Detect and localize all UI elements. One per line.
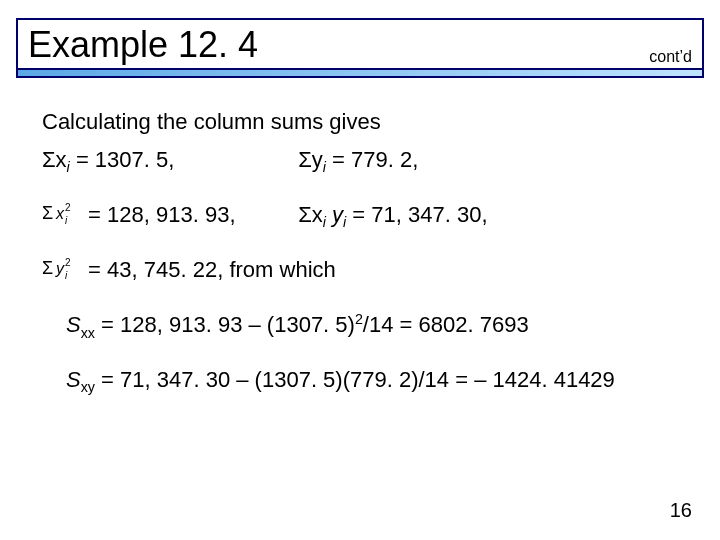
sxx-val-b: /14 = 6802. 7693 <box>363 312 529 337</box>
svg-text:2: 2 <box>65 257 71 268</box>
sum-xi2: Σx2i = 128, 913. 93, <box>42 201 292 232</box>
sum-xi-sym: Σx <box>42 147 67 172</box>
body-content: Calculating the column sums gives Σxi = … <box>42 108 682 407</box>
line-sxx: Sxx = 128, 913. 93 – (1307. 5)2/14 = 680… <box>66 311 682 343</box>
sxy-val: = 71, 347. 30 – (1307. 5)(779. 2)/14 = –… <box>95 367 615 392</box>
sum-xiyi-x: Σx <box>298 202 323 227</box>
sxx-sub: xx <box>81 324 95 340</box>
svg-text:Σ: Σ <box>42 258 53 278</box>
sum-xi2-val: = 128, 913. 93, <box>82 202 236 227</box>
line-intro: Calculating the column sums gives <box>42 108 682 136</box>
sum-yi2-val: = 43, 745. 22, from which <box>82 257 336 282</box>
continued-label: cont’d <box>649 48 692 66</box>
sum-yi: Σyi = 779. 2, <box>298 146 418 177</box>
sum-yi-val: = 779. 2, <box>326 147 418 172</box>
sum-xi: Σxi = 1307. 5, <box>42 146 292 177</box>
slide: Example 12. 4 cont’d Calculating the col… <box>0 0 720 540</box>
line-sum-xi-yi: Σxi = 1307. 5, Σyi = 779. 2, <box>42 146 682 177</box>
svg-text:i: i <box>65 270 68 280</box>
title-underline <box>16 70 704 78</box>
line-sxy: Sxy = 71, 347. 30 – (1307. 5)(779. 2)/14… <box>66 366 682 397</box>
sum-xi-val: = 1307. 5, <box>70 147 175 172</box>
svg-text:2: 2 <box>65 202 71 213</box>
title-block: Example 12. 4 <box>16 18 704 78</box>
sigma-yi2-icon: Σy2i <box>42 256 80 287</box>
svg-text:i: i <box>65 215 68 225</box>
line-sum-yi2: Σy2i = 43, 745. 22, from which <box>42 256 682 287</box>
sum-xiyi-y: y <box>326 202 343 227</box>
sxy-sub: xy <box>81 380 95 396</box>
sxx-S: S <box>66 312 81 337</box>
sum-yi-sym: Σy <box>298 147 323 172</box>
sum-xiyi-val: = 71, 347. 30, <box>346 202 487 227</box>
sxy-S: S <box>66 367 81 392</box>
svg-text:Σ: Σ <box>42 203 53 223</box>
title-box: Example 12. 4 <box>16 18 704 70</box>
sigma-xi2-icon: Σx2i <box>42 201 80 232</box>
line-sum-xi2-xiyi: Σx2i = 128, 913. 93, Σxi yi = 71, 347. 3… <box>42 201 682 232</box>
slide-title: Example 12. 4 <box>28 24 258 65</box>
sxx-sup2: 2 <box>355 311 363 327</box>
svg-text:y: y <box>55 260 65 277</box>
svg-text:x: x <box>55 205 65 222</box>
sum-xiyi: Σxi yi = 71, 347. 30, <box>298 201 487 232</box>
page-number: 16 <box>670 499 692 522</box>
sxx-val-a: = 128, 913. 93 – (1307. 5) <box>95 312 355 337</box>
